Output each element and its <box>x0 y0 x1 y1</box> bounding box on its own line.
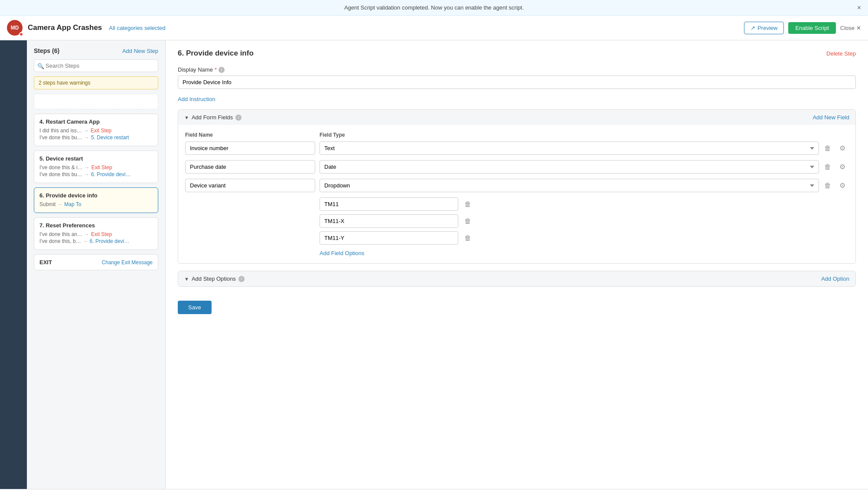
dropdown-option-tm11[interactable] <box>320 197 458 211</box>
delete-field-purchase-date[interactable]: 🗑 <box>822 161 834 173</box>
field-type-purchase-date[interactable]: Text Date Dropdown <box>320 160 819 174</box>
settings-field-invoice[interactable]: ⚙ <box>836 142 848 154</box>
step-card-row: I've done this bu… → 6. Provide devi… <box>39 171 153 177</box>
field-name-purchase-date[interactable] <box>185 160 315 174</box>
avatar-badge <box>19 32 23 36</box>
step-card-row: I did this and iss… → Exit Step <box>39 128 153 134</box>
delete-option-tm11y[interactable]: 🗑 <box>462 232 474 244</box>
step-card-title-5: 5. Device restart <box>39 155 153 162</box>
content-title: 6. Provide device info <box>178 49 254 58</box>
external-link-icon: ↗ <box>751 25 755 31</box>
settings-field-purchase-date[interactable]: ⚙ <box>836 161 848 173</box>
step-card-row: Submit → Map To <box>39 201 153 207</box>
add-field-options-button[interactable]: Add Field Options <box>320 250 364 256</box>
change-exit-button[interactable]: Change Exit Message <box>102 259 153 266</box>
form-fields-body: Field Name Field Type Text Date Dropdown… <box>178 125 855 263</box>
close-button[interactable]: Close ✕ <box>840 25 861 31</box>
fields-header: Field Name Field Type <box>185 132 848 138</box>
dropdown-option-row-tm11x: 🗑 <box>320 214 848 228</box>
delete-option-tm11[interactable]: 🗑 <box>462 198 474 210</box>
placeholder-step <box>34 94 158 109</box>
delete-field-invoice[interactable]: 🗑 <box>822 142 834 154</box>
save-button[interactable]: Save <box>178 301 212 314</box>
steps-header: Steps (6) Add New Step <box>34 47 158 54</box>
step-options-section: ▼ Add Step Options i Add Option <box>178 271 856 287</box>
field-row-device-variant: Text Date Dropdown 🗑 ⚙ <box>185 179 848 192</box>
header: MD Camera App Crashes All categories sel… <box>0 16 868 40</box>
avatar: MD <box>7 20 23 36</box>
arrow-icon: → <box>57 201 62 207</box>
arrow-icon: → <box>84 134 89 141</box>
dropdown-option-tm11x[interactable] <box>320 214 458 228</box>
step-card-6[interactable]: 6. Provide device info Submit → Map To <box>34 187 158 213</box>
search-icon: 🔍 <box>37 62 44 69</box>
dropdown-options: 🗑 🗑 🗑 <box>320 197 848 245</box>
info-icon: i <box>219 67 225 73</box>
steps-panel: Steps (6) Add New Step 🔍 2 steps have wa… <box>27 40 166 489</box>
categories-label[interactable]: All categories selected <box>109 25 165 31</box>
field-row-purchase-date: Text Date Dropdown 🗑 ⚙ <box>185 160 848 174</box>
step-card-title-6: 6. Provide device info <box>39 192 153 199</box>
info-icon: i <box>238 276 245 282</box>
arrow-icon: → <box>85 164 90 171</box>
bottom-bar: Validate Script Delete Agent Script <box>0 489 868 492</box>
form-fields-section: ▼ Add Form Fields i Add New Field Field … <box>178 109 856 264</box>
dropdown-option-row-tm11y: 🗑 <box>320 231 848 245</box>
dropdown-option-tm11y[interactable] <box>320 231 458 245</box>
field-name-invoice[interactable] <box>185 141 315 155</box>
step-card-row: I've done this an… → Exit Step <box>39 231 153 237</box>
step-card-row: I've done this bu… → 5. Device restart <box>39 134 153 141</box>
settings-field-device-variant[interactable]: ⚙ <box>836 180 848 192</box>
step-options-header[interactable]: ▼ Add Step Options i Add Option <box>178 271 855 286</box>
step-card-7[interactable]: 7. Reset Preferences I've done this an… … <box>34 217 158 250</box>
notification-close[interactable]: × <box>857 4 861 12</box>
warning-banner: 2 steps have warnings <box>34 76 158 89</box>
delete-option-tm11x[interactable]: 🗑 <box>462 215 474 227</box>
add-new-field-button[interactable]: Add New Field <box>813 114 849 121</box>
delete-step-button[interactable]: Delete Step <box>826 50 856 57</box>
notification-bar: Agent Script validation completed. Now y… <box>0 0 868 16</box>
steps-title: Steps (6) <box>34 47 59 54</box>
chevron-down-icon: ▼ <box>184 115 189 120</box>
delete-field-device-variant[interactable]: 🗑 <box>822 180 834 192</box>
notification-message: Agent Script validation completed. Now y… <box>344 4 524 11</box>
chevron-down-icon: ▼ <box>184 276 189 282</box>
arrow-icon: → <box>84 231 89 237</box>
form-fields-header[interactable]: ▼ Add Form Fields i Add New Field <box>178 110 855 125</box>
step-card-title-7: 7. Reset Preferences <box>39 222 153 229</box>
main-layout: Steps (6) Add New Step 🔍 2 steps have wa… <box>0 40 868 489</box>
add-option-button[interactable]: Add Option <box>821 276 849 282</box>
dropdown-option-row-tm11: 🗑 <box>320 197 848 211</box>
display-name-label: Display Name * i <box>178 66 856 73</box>
display-name-input[interactable] <box>178 75 856 89</box>
enable-script-button[interactable]: Enable Script <box>788 22 835 34</box>
sidebar-left <box>0 40 27 489</box>
exit-row: EXIT Change Exit Message <box>34 254 158 270</box>
step-card-row: I've done this & i… → Exit Step <box>39 164 153 171</box>
step-card-title-4: 4. Restart Camera App <box>39 118 153 125</box>
info-icon: i <box>235 115 241 121</box>
arrow-icon: → <box>84 128 89 134</box>
preview-button[interactable]: ↗ Preview <box>744 22 784 34</box>
display-name-group: Display Name * i <box>178 66 856 89</box>
arrow-icon: → <box>83 238 88 244</box>
add-new-step-button[interactable]: Add New Step <box>122 48 158 54</box>
exit-label: EXIT <box>39 259 52 266</box>
content-header: 6. Provide device info Delete Step <box>178 49 856 58</box>
field-type-invoice[interactable]: Text Date Dropdown <box>320 141 819 155</box>
close-icon: ✕ <box>856 25 861 31</box>
field-row-invoice: Text Date Dropdown 🗑 ⚙ <box>185 141 848 155</box>
step-card-row: I've done this, b… → 6. Provide devi… <box>39 238 153 244</box>
add-instruction-button[interactable]: Add Instruction <box>178 96 215 102</box>
field-type-device-variant[interactable]: Text Date Dropdown <box>320 179 819 192</box>
step-card-4[interactable]: 4. Restart Camera App I did this and iss… <box>34 114 158 146</box>
field-name-device-variant[interactable] <box>185 179 315 192</box>
content-panel: 6. Provide device info Delete Step Displ… <box>166 40 868 489</box>
arrow-icon: → <box>84 171 89 177</box>
step-card-5[interactable]: 5. Device restart I've done this & i… → … <box>34 151 158 183</box>
page-title: Camera App Crashes <box>28 23 102 32</box>
search-wrap: 🔍 <box>34 59 158 72</box>
header-actions: ↗ Preview Enable Script Close ✕ <box>744 22 861 34</box>
search-input[interactable] <box>34 59 158 72</box>
